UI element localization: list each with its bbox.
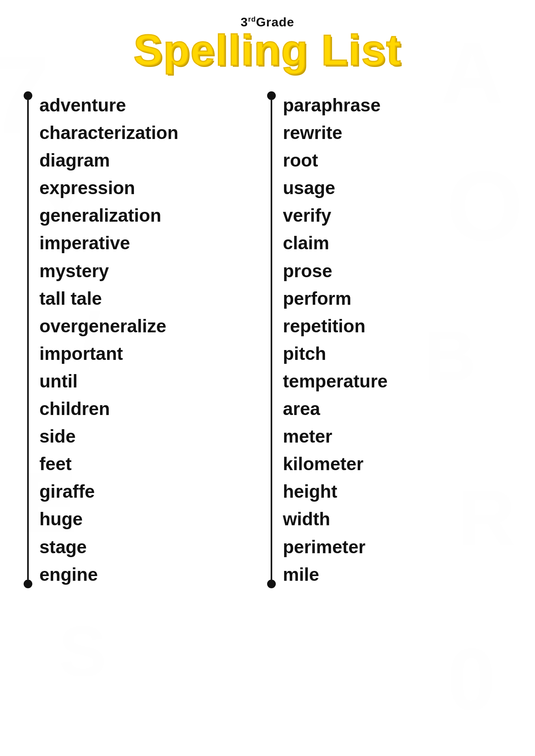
list-item: width [283, 505, 511, 533]
list-item: overgeneralize [39, 312, 252, 340]
list-item: kilometer [283, 450, 511, 478]
left-timeline [24, 91, 32, 588]
list-item: children [39, 395, 252, 422]
list-item: mystery [39, 257, 252, 285]
list-item: feet [39, 450, 252, 478]
right-timeline [267, 91, 276, 588]
list-item: prose [283, 257, 511, 285]
left-word-list-container: adventurecharacterizationdiagramexpressi… [24, 91, 252, 588]
list-item: diagram [39, 146, 252, 174]
left-words-list: adventurecharacterizationdiagramexpressi… [39, 91, 252, 588]
list-item: perform [283, 285, 511, 312]
list-item: claim [283, 229, 511, 257]
list-item: repetition [283, 312, 511, 340]
list-item: imperative [39, 229, 252, 257]
list-item: verify [283, 202, 511, 229]
list-item: tall tale [39, 285, 252, 312]
right-timeline-bottom-dot [267, 580, 276, 588]
list-item: height [283, 478, 511, 505]
list-item: expression [39, 174, 252, 202]
list-item: huge [39, 505, 252, 533]
list-item: paraphrase [283, 91, 511, 119]
left-timeline-bottom-dot [24, 580, 32, 588]
list-item: pitch [283, 340, 511, 367]
list-item: perimeter [283, 533, 511, 561]
grade-suffix: rd [248, 15, 256, 23]
left-timeline-top-dot [24, 91, 32, 100]
list-item: meter [283, 422, 511, 450]
left-timeline-line [27, 100, 29, 580]
list-item: usage [283, 174, 511, 202]
right-words-list: paraphraserewriterootusageverifyclaimpro… [283, 91, 511, 588]
page-title: Spelling List [134, 28, 401, 72]
right-timeline-top-dot [267, 91, 276, 100]
list-item: characterization [39, 119, 252, 146]
right-timeline-line [271, 100, 272, 580]
list-item: until [39, 367, 252, 395]
list-item: side [39, 422, 252, 450]
list-item: generalization [39, 202, 252, 229]
list-item: mile [283, 561, 511, 588]
list-item: temperature [283, 367, 511, 395]
list-item: stage [39, 533, 252, 561]
list-item: important [39, 340, 252, 367]
page-header: 3rdGrade Spelling List [134, 16, 401, 72]
page-content: 3rdGrade Spelling List adventurecharacte… [0, 0, 535, 588]
list-item: root [283, 146, 511, 174]
list-item: area [283, 395, 511, 422]
list-item: engine [39, 561, 252, 588]
list-item: adventure [39, 91, 252, 119]
list-item: giraffe [39, 478, 252, 505]
right-word-list-container: paraphraserewriterootusageverifyclaimpro… [267, 91, 511, 588]
lists-container: adventurecharacterizationdiagramexpressi… [0, 91, 535, 588]
list-item: rewrite [283, 119, 511, 146]
